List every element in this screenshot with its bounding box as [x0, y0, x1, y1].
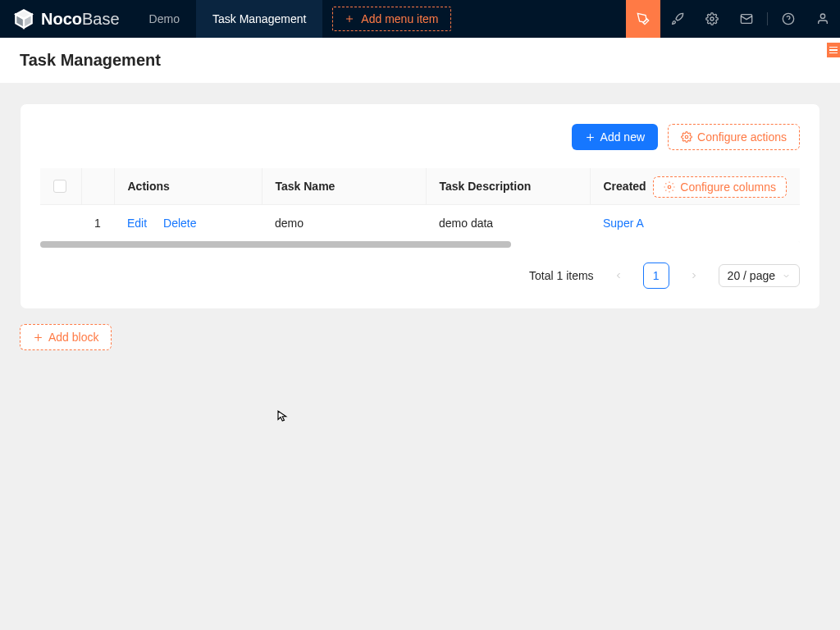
page-header: Task Management — [0, 38, 840, 84]
scrollbar-thumb[interactable] — [40, 241, 511, 248]
row-created-by: Super A — [590, 205, 800, 242]
nav-tab-task-management[interactable]: Task Management — [196, 0, 322, 38]
table-card: Add new Configure actions Actions Task N… — [20, 103, 820, 309]
page-title: Task Management — [20, 51, 820, 70]
user-button[interactable] — [806, 0, 840, 38]
design-mode-button[interactable] — [626, 0, 660, 38]
pagination-next[interactable] — [681, 262, 707, 289]
plugin-button[interactable] — [660, 0, 695, 38]
cursor-icon — [276, 409, 290, 423]
plus-icon — [33, 332, 43, 343]
horizontal-scrollbar[interactable] — [40, 241, 800, 248]
column-task-description: Task Description — [426, 168, 590, 205]
column-actions: Actions — [114, 168, 262, 205]
table-row: 1 Edit Delete demo demo data Super A — [40, 205, 800, 242]
gear-icon — [705, 12, 719, 25]
add-menu-item-button[interactable]: Add menu item — [332, 7, 450, 31]
divider — [767, 12, 768, 25]
logo-text-light: Base — [82, 10, 120, 28]
plus-icon — [585, 132, 596, 143]
row-index: 1 — [81, 205, 114, 242]
row-select-cell — [40, 205, 81, 242]
gear-icon — [664, 181, 675, 193]
add-new-button[interactable]: Add new — [572, 124, 658, 150]
help-button[interactable] — [771, 0, 806, 38]
add-new-label: Add new — [600, 130, 645, 144]
logo: NocoBase — [0, 8, 133, 30]
created-by-link[interactable]: Super A — [603, 217, 644, 230]
svg-point-2 — [710, 17, 714, 21]
settings-button[interactable] — [695, 0, 729, 38]
app-header: NocoBase Demo Task Management Add menu i… — [0, 0, 840, 38]
add-block-button[interactable]: Add block — [20, 324, 112, 350]
page-size-select[interactable]: 20 / page — [719, 264, 800, 287]
pagination-page-1[interactable]: 1 — [643, 262, 669, 289]
logo-text-bold: Noco — [41, 10, 82, 28]
header-right — [626, 0, 840, 38]
highlighter-icon — [637, 12, 650, 25]
user-icon — [816, 12, 829, 25]
index-header — [81, 168, 114, 205]
svg-point-9 — [685, 135, 688, 139]
svg-point-10 — [669, 185, 672, 189]
pagination-total: Total 1 items — [529, 269, 594, 282]
nav-tab-demo[interactable]: Demo — [133, 0, 196, 38]
pagination: Total 1 items 1 20 / page — [40, 262, 800, 289]
svg-point-6 — [820, 14, 824, 18]
row-task-name: demo — [262, 205, 426, 242]
chevron-right-icon — [689, 271, 699, 281]
configure-actions-button[interactable]: Configure actions — [668, 124, 800, 150]
table-toolbar: Add new Configure actions — [40, 124, 800, 150]
rocket-icon — [671, 12, 684, 25]
configure-columns-button[interactable]: Configure columns — [653, 176, 787, 198]
edit-link[interactable]: Edit — [127, 217, 147, 230]
add-block-wrap: Add block — [20, 324, 820, 350]
add-block-label: Add block — [48, 331, 98, 344]
plus-icon — [345, 14, 354, 24]
pagination-prev[interactable] — [605, 262, 632, 289]
row-task-description: demo data — [426, 205, 590, 242]
mail-icon — [740, 12, 753, 25]
configure-columns-wrap: Configure columns — [653, 176, 787, 198]
question-icon — [782, 12, 795, 25]
cube-icon — [13, 8, 34, 30]
configure-columns-label: Configure columns — [680, 180, 776, 194]
chevron-left-icon — [614, 271, 623, 281]
chevron-down-icon — [782, 272, 791, 281]
mail-button[interactable] — [729, 0, 764, 38]
select-all-checkbox[interactable] — [53, 180, 66, 193]
column-task-name: Task Name — [262, 168, 426, 205]
nav-tabs: Demo Task Management — [133, 0, 323, 38]
row-actions: Edit Delete — [114, 205, 262, 242]
page-size-label: 20 / page — [728, 269, 775, 282]
content: Add new Configure actions Actions Task N… — [0, 84, 840, 370]
gear-icon — [681, 131, 692, 143]
select-all-header — [40, 168, 81, 205]
side-menu-handle[interactable] — [827, 43, 840, 57]
add-menu-item-label: Add menu item — [361, 12, 438, 25]
configure-actions-label: Configure actions — [697, 130, 787, 144]
delete-link[interactable]: Delete — [163, 217, 196, 230]
table-wrap: Actions Task Name Task Description Creat… — [40, 168, 800, 248]
